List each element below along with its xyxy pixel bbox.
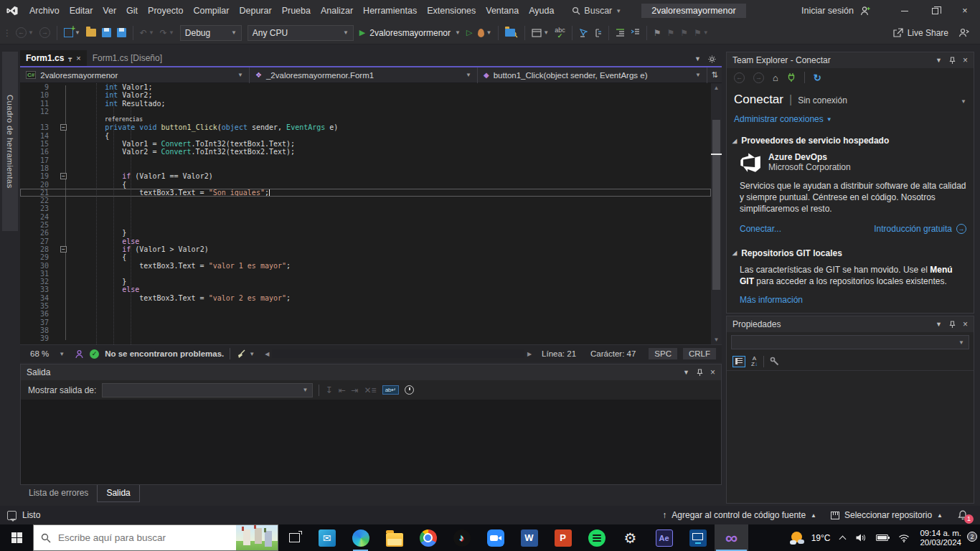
column-indicator[interactable]: Carácter: 47: [590, 349, 636, 358]
code-editor[interactable]: 9 int Valor1;10 int Valor2;11 int Result…: [20, 83, 722, 344]
section-collapse-icon[interactable]: ◢: [732, 138, 737, 144]
save-all-button[interactable]: [114, 24, 129, 42]
line-indicator[interactable]: Línea: 21: [542, 349, 576, 358]
taskbar-search[interactable]: [33, 524, 278, 551]
problems-status[interactable]: No se encontraron problemas.: [105, 349, 224, 358]
close-icon[interactable]: ×: [963, 321, 968, 328]
project-dropdown[interactable]: C# 2valoresmayormenor▼: [20, 67, 250, 83]
company-portal-icon[interactable]: [681, 524, 715, 551]
menu-ventana[interactable]: Ventana: [481, 6, 524, 16]
active-files-dropdown-icon[interactable]: ▼: [694, 55, 701, 63]
pin-icon[interactable]: [949, 321, 956, 329]
azure-connect-link[interactable]: Conectar...: [740, 224, 781, 234]
sign-in-button[interactable]: Iniciar sesión: [801, 6, 854, 16]
tiktok-icon[interactable]: [445, 524, 479, 551]
spotify-icon[interactable]: [580, 524, 613, 551]
search-highlight-image[interactable]: [236, 525, 278, 550]
menu-extensiones[interactable]: Extensiones: [422, 6, 481, 16]
output-content[interactable]: [21, 400, 721, 484]
task-view-button[interactable]: [278, 524, 310, 551]
scroll-right-icon[interactable]: ▶: [527, 351, 532, 357]
sign-in-person-icon[interactable]: [859, 6, 871, 16]
weather-widget[interactable]: 19°C: [790, 532, 831, 545]
mail-icon[interactable]: [310, 524, 344, 551]
output-source-dropdown[interactable]: ▼: [102, 383, 313, 397]
line-ending-indicator[interactable]: CRLF: [683, 348, 716, 359]
menu-depurar[interactable]: Depurar: [234, 6, 276, 16]
find-in-files-button[interactable]: [502, 24, 521, 42]
editor-horizontal-scrollbar[interactable]: ◀ ▶: [265, 349, 532, 358]
scrollbar-thumb[interactable]: [712, 120, 720, 290]
panel-menu-caret-icon[interactable]: ▼: [936, 57, 942, 64]
word-icon[interactable]: [512, 524, 546, 551]
te-forward-icon[interactable]: →: [753, 72, 764, 83]
after-effects-icon[interactable]: [647, 524, 681, 551]
increase-indent-button[interactable]: [628, 24, 643, 42]
navigate-forward-button[interactable]: →: [37, 24, 53, 42]
refresh-icon[interactable]: ↻: [814, 72, 821, 83]
next-message-icon[interactable]: ⇥: [352, 385, 359, 395]
code-structure-button[interactable]: [590, 24, 605, 42]
connect-section-caret-icon[interactable]: ▼: [961, 98, 966, 105]
next-bookmark-button[interactable]: ⚑: [677, 24, 691, 42]
feedback-icon[interactable]: [75, 349, 84, 359]
categorized-view-button[interactable]: [732, 356, 745, 367]
find-message-icon[interactable]: ↧: [325, 385, 332, 395]
menu-ver[interactable]: Ver: [98, 6, 121, 16]
menu-herramientas[interactable]: Herramientas: [358, 6, 422, 16]
close-icon[interactable]: ×: [710, 369, 715, 376]
clock-widget[interactable]: 09:14 a. m. 20/03/2024: [920, 529, 961, 547]
scroll-up-icon[interactable]: ▲: [711, 85, 722, 91]
zoom-icon[interactable]: [479, 524, 512, 551]
window-options-icon[interactable]: [708, 55, 716, 63]
home-icon[interactable]: ⌂: [773, 72, 778, 83]
select-pointer-button[interactable]: [576, 24, 590, 42]
section-collapse-icon[interactable]: ◢: [732, 250, 737, 256]
menu-compilar[interactable]: Compilar: [188, 6, 234, 16]
fold-collapse-icon[interactable]: −: [60, 173, 67, 179]
collaborate-person-icon[interactable]: [958, 28, 970, 37]
type-dropdown[interactable]: ❖ _2valoresmayormenor.Form1▼: [250, 67, 478, 83]
menu-proyecto[interactable]: Proyecto: [143, 6, 188, 16]
clear-bookmarks-button[interactable]: ⚑▼: [691, 24, 712, 42]
toolbox-tab[interactable]: Cuadro de herramientas: [2, 52, 18, 231]
start-without-debugging-button[interactable]: ▷: [463, 24, 475, 42]
new-project-button[interactable]: ▼: [61, 24, 83, 42]
menu-editar[interactable]: Editar: [65, 6, 98, 16]
tool-tab-salida[interactable]: Salida: [97, 485, 139, 502]
settings-icon[interactable]: [613, 524, 647, 551]
battery-icon[interactable]: [876, 534, 888, 541]
tab-close-icon[interactable]: ×: [76, 54, 80, 62]
get-started-link[interactable]: Introducción gratuita: [874, 224, 952, 234]
pin-icon[interactable]: [949, 57, 956, 65]
tab-form1-cs[interactable]: Form1.cs┳×: [20, 50, 87, 66]
clear-all-icon[interactable]: ✕≡: [364, 385, 377, 395]
zoom-dropdown[interactable]: 68 %▼: [26, 348, 69, 359]
solution-platform-dropdown[interactable]: Any CPU▼: [248, 25, 354, 41]
start-button[interactable]: [0, 524, 33, 551]
explorer-icon[interactable]: [377, 524, 411, 551]
select-repository-button[interactable]: Seleccionar repositorio ▲: [831, 510, 943, 520]
add-to-source-control-button[interactable]: ↑ Agregar al control de código fuente ▲: [662, 510, 816, 520]
get-started-arrow-icon[interactable]: →: [956, 224, 966, 234]
hosted-providers-section[interactable]: ◢ Proveedores de servicio hospedado: [727, 128, 974, 149]
word-wrap-toggle[interactable]: ab↵: [382, 385, 400, 395]
edge-icon[interactable]: [344, 524, 377, 551]
solution-configuration-dropdown[interactable]: Debug▼: [180, 25, 242, 41]
notifications-button[interactable]: 1: [957, 509, 969, 521]
alphabetical-sort-button[interactable]: AZ↓: [751, 356, 758, 367]
fold-collapse-icon[interactable]: −: [60, 124, 67, 131]
minimize-button[interactable]: [890, 0, 920, 22]
editor-vertical-scrollbar[interactable]: ▲ ▼: [711, 83, 722, 344]
tab-form1-cs-dise-o-[interactable]: Form1.cs [Diseño]: [87, 50, 168, 66]
code-cleanup-button[interactable]: ▼: [236, 349, 255, 359]
toggle-bookmark-button[interactable]: ⚑: [651, 24, 664, 42]
search-caret-icon[interactable]: ▼: [616, 8, 621, 14]
visual-studio-icon[interactable]: [715, 524, 748, 551]
split-window-button[interactable]: ⇅: [707, 70, 722, 80]
connect-plug-icon[interactable]: [787, 72, 796, 83]
te-back-icon[interactable]: ←: [734, 72, 745, 83]
properties-object-dropdown[interactable]: ▼: [731, 335, 969, 349]
volume-icon[interactable]: [855, 533, 866, 542]
timestamp-icon[interactable]: [405, 385, 414, 395]
